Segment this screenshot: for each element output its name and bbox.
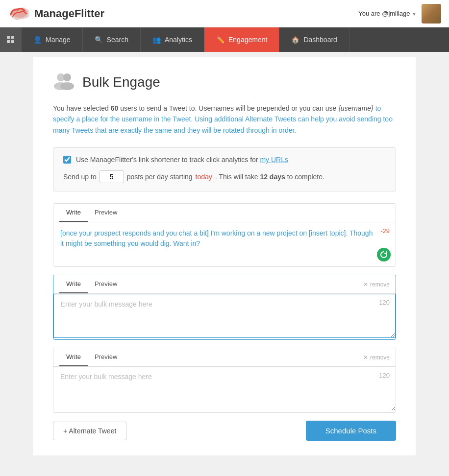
editor2-remove[interactable]: ✕ remove: [363, 281, 390, 288]
tweet-editor-3: Write Preview ✕ remove 120: [53, 348, 396, 413]
avatar-image: [422, 4, 441, 24]
nav-label-manage: Manage: [46, 36, 71, 44]
alt-tweet-button[interactable]: + Alternate Tweet: [53, 422, 126, 440]
editor3-textarea[interactable]: [53, 367, 396, 411]
days-label: . This will take 12 days to complete.: [215, 173, 324, 181]
page-header: Bulk Engage: [53, 71, 396, 93]
editor2-body: 120: [53, 294, 396, 339]
editor2-write-tab[interactable]: Write: [59, 275, 88, 293]
days-count: 12 days: [260, 173, 285, 181]
nav-item-manage[interactable]: 👤 Manage: [22, 27, 83, 52]
nav-item-search[interactable]: 🔍 Search: [83, 27, 141, 52]
nav-grid-button[interactable]: [0, 27, 22, 52]
posts-per-day-input[interactable]: [100, 170, 124, 183]
editor2-preview-tab[interactable]: Preview: [88, 275, 124, 293]
editor3-preview-tab[interactable]: Preview: [88, 348, 124, 366]
posts-row: Send up to posts per day starting today.…: [63, 170, 386, 183]
schedule-posts-button[interactable]: Schedule Posts: [306, 421, 396, 441]
tweet-editor-1: Write Preview -29 [once your prospect re…: [53, 203, 396, 267]
nav: 👤 Manage 🔍 Search 👥 Analytics ✏️ Engagem…: [0, 27, 449, 52]
editor1-write-tab[interactable]: Write: [59, 204, 88, 222]
editor2-remove-label: remove: [370, 281, 390, 288]
today-link[interactable]: today: [196, 173, 212, 181]
tweet-editor-2: Write Preview ✕ remove 120: [53, 275, 396, 340]
editor2-textarea[interactable]: [53, 294, 396, 338]
editor3-char-count: 120: [379, 372, 390, 379]
editor2-char-count: 120: [379, 299, 390, 306]
page-title: Bulk Engage: [82, 74, 160, 90]
remove-x-icon2: ✕: [363, 354, 368, 361]
logo: ManageFlitter: [8, 5, 104, 23]
nav-label-search: Search: [107, 36, 128, 44]
svg-point-0: [12, 8, 27, 18]
checkbox-label: Use ManageFlitter's link shortener to tr…: [76, 156, 288, 164]
nav-label-dashboard: Dashboard: [303, 36, 337, 44]
nav-item-engagement[interactable]: ✏️ Engagement: [204, 27, 279, 52]
actions-row: + Alternate Tweet Schedule Posts: [53, 421, 396, 441]
engagement-icon: ✏️: [216, 36, 224, 44]
logo-icon: [8, 5, 31, 23]
intro-text: You have selected 60 users to send a Twe…: [53, 103, 396, 136]
grid-icon: [7, 36, 15, 44]
my-urls-link[interactable]: my URLs: [260, 156, 288, 164]
nav-label-analytics: Analytics: [165, 36, 192, 44]
editor3-remove[interactable]: ✕ remove: [363, 354, 390, 361]
editor1-char-count: -29: [380, 227, 390, 235]
user-label: You are @jmillage ▼: [358, 10, 417, 17]
editor1-body: -29 [once your prospect responds and you…: [53, 222, 396, 266]
user-info: You are @jmillage ▼: [358, 4, 441, 24]
avatar[interactable]: [422, 4, 441, 24]
editor3-remove-label: remove: [370, 354, 390, 361]
send-up-to-label: Send up to: [63, 173, 97, 181]
editor3-tabs: Write Preview ✕ remove: [53, 348, 396, 367]
checkbox-row: Use ManageFlitter's link shortener to tr…: [63, 156, 386, 164]
settings-box: Use ManageFlitter's link shortener to tr…: [53, 147, 396, 191]
nav-label-engagement: Engagement: [228, 36, 267, 44]
svg-point-4: [60, 82, 74, 90]
analytics-icon: 👥: [152, 36, 161, 44]
bulk-engage-icon: [53, 71, 75, 93]
manage-icon: 👤: [33, 36, 42, 44]
svg-point-2: [63, 73, 71, 81]
remove-x-icon: ✕: [363, 281, 368, 288]
header: ManageFlitter You are @jmillage ▼: [0, 0, 449, 27]
editor1-content[interactable]: [once your prospect responds and you cha…: [53, 222, 396, 266]
editor1-preview-tab[interactable]: Preview: [88, 204, 124, 222]
posts-label-after: posts per day starting: [127, 173, 193, 181]
nav-item-dashboard[interactable]: 🏠 Dashboard: [279, 27, 349, 52]
editor2-tabs: Write Preview ✕ remove: [53, 275, 396, 294]
editor1-refresh-button[interactable]: [377, 248, 391, 262]
nav-item-analytics[interactable]: 👥 Analytics: [141, 27, 204, 52]
link-shortener-checkbox[interactable]: [63, 156, 71, 164]
editor3-write-tab[interactable]: Write: [59, 348, 88, 366]
dashboard-icon: 🏠: [291, 36, 299, 44]
logo-text: ManageFlitter: [34, 7, 104, 20]
editor3-body: 120: [53, 367, 396, 412]
editor1-tabs: Write Preview: [53, 204, 396, 222]
search-icon: 🔍: [95, 36, 103, 44]
